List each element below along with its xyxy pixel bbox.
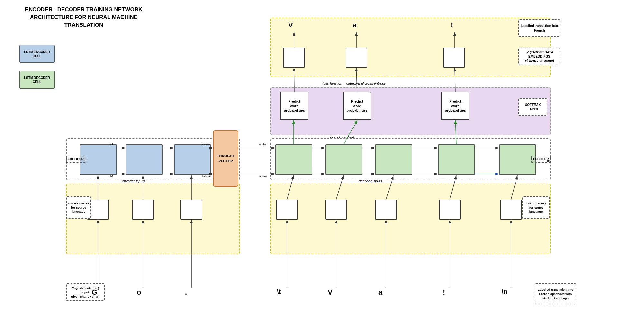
dec-char-newline: \n (502, 288, 507, 296)
label-c1: c1 (110, 142, 113, 146)
dec-embed-sq-5 (500, 200, 522, 220)
lstm-decoder-cell-4 (438, 144, 475, 175)
zone-softmax (270, 87, 551, 135)
lstm-encoder-cell-2 (126, 144, 163, 175)
dec-char-tab: \t (277, 288, 281, 296)
dec-char-excl: ! (443, 288, 445, 297)
dec-embed-sq-1 (276, 200, 298, 220)
legend-encoder-cell: LSTM ENCODERCELL (19, 45, 55, 63)
label-h1: h1 (110, 175, 114, 178)
legend-decoder-cell: LSTM DECODERCELL (19, 71, 55, 89)
dec-embed-sq-2 (325, 200, 347, 220)
label-embeddings-target: EMBEDDINGSfor targetlanguage (522, 196, 550, 219)
label-embeddings-source: EMBEDDINGSfor sourcelanguage (66, 196, 91, 219)
diagram: ENCODER - DECODER TRAINING NETWORK ARCHI… (0, 0, 644, 312)
label-softmax-layer: SOFTMAX LAYER (518, 98, 547, 116)
label-h-final: h-final (202, 175, 211, 178)
label-c-final: c-final (202, 142, 210, 146)
output-char-V: V (288, 21, 293, 29)
label-h-initial: h-initial (258, 175, 267, 178)
dec-char-a: a (378, 288, 382, 297)
label-encoder: ENCODER (66, 157, 84, 161)
zone-target-embeddings (270, 18, 551, 77)
dec-embed-sq-4 (439, 200, 461, 220)
dec-char-V: V (328, 288, 333, 297)
lstm-encoder-cell-1 (80, 144, 117, 175)
predict-box-3: Predictwordprobabilities (441, 92, 469, 120)
thought-vector: THOUGHTVECTOR (213, 130, 238, 187)
label-loss-function: loss function = categorical cross entrop… (290, 81, 419, 85)
output-char-excl: ! (451, 21, 453, 29)
enc-char-o: o (137, 288, 141, 297)
label-french-appended: Labelled translation intoFrench appended… (535, 283, 576, 304)
enc-char-G: G (92, 288, 97, 297)
predict-box-1: Predictwordprobabilities (280, 92, 308, 120)
target-embed-sq-1 (283, 48, 305, 68)
label-decoder-outputs: decoder outputs (303, 135, 383, 139)
lstm-decoder-cell-3 (375, 144, 412, 175)
enc-embed-sq-2 (132, 200, 154, 220)
label-english-sentence: English sentence ( inputgiven char by ch… (66, 283, 105, 301)
label-decoder-inputs: decoder inputs (338, 179, 402, 183)
target-embed-sq-3 (443, 48, 465, 68)
lstm-encoder-cell-3 (174, 144, 211, 175)
label-decoder: DECODER (531, 157, 549, 161)
label-target-data-embeddings: 'y' (TARGET DATA EMBEDDINGSof target lan… (518, 48, 560, 65)
lstm-decoder-cell-2 (325, 144, 362, 175)
enc-char-dot: . (185, 288, 187, 297)
enc-embed-sq-3 (180, 200, 202, 220)
output-char-a: a (353, 21, 356, 29)
label-french-translation-top: Labelled translation intoFrench (518, 19, 560, 37)
lstm-decoder-cell-5 (499, 144, 536, 175)
page-title: ENCODER - DECODER TRAINING NETWORK ARCHI… (16, 6, 151, 29)
lstm-decoder-cell-1 (275, 144, 312, 175)
label-encoder-inputs: encoder inputs (98, 179, 169, 183)
label-c-initial: c-initial (258, 142, 267, 146)
target-embed-sq-2 (346, 48, 367, 68)
predict-box-2: Predictwordprobabilities (343, 92, 371, 120)
dec-embed-sq-3 (375, 200, 397, 220)
